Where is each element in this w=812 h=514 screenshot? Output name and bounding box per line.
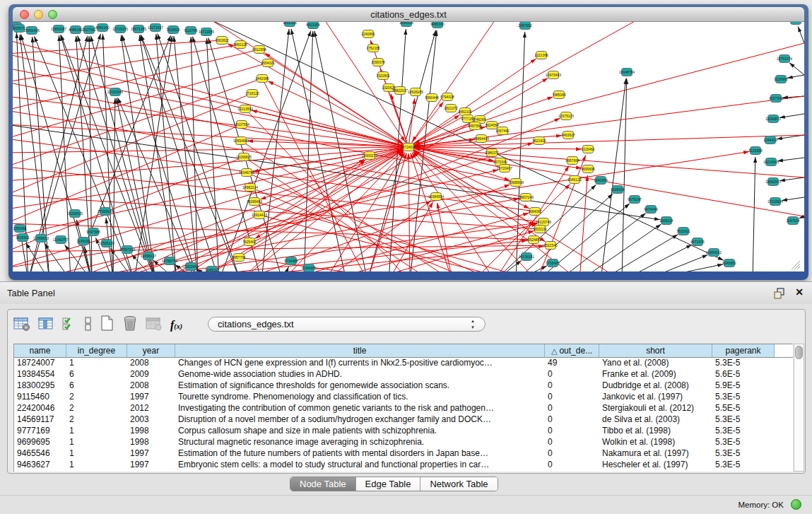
graph-node[interactable]: 12975115: [558, 112, 574, 120]
network-canvas[interactable]: 1872400776638229860128891295416540212442…: [13, 22, 804, 271]
graph-node[interactable]: 16914413: [252, 211, 267, 219]
graph-node[interactable]: 6679197: [628, 196, 642, 204]
graph-node[interactable]: 2935114: [659, 217, 673, 225]
table-row[interactable]: 1456911722003Disruption of a novel membe…: [14, 414, 793, 426]
graph-node[interactable]: 13271917: [148, 24, 163, 32]
column-header-out_de[interactable]: △out_de...: [545, 344, 599, 357]
graph-node[interactable]: 12213563: [237, 105, 253, 113]
graph-node[interactable]: 9115460: [581, 146, 594, 153]
graph-node[interactable]: 9227343: [769, 95, 783, 103]
graph-node[interactable]: 13505135: [99, 240, 114, 247]
graph-node[interactable]: 10688609: [508, 179, 524, 187]
graph-node[interactable]: 19654983: [233, 137, 249, 145]
table-row[interactable]: 1830029562008Estimation of significance …: [14, 380, 793, 392]
graph-node[interactable]: 19384554: [428, 193, 444, 201]
graph-node[interactable]: 1640954: [594, 177, 608, 185]
graph-node[interactable]: 8466160: [69, 26, 83, 34]
graph-node[interactable]: 2386372: [485, 149, 499, 157]
table-settings-icon[interactable]: [13, 316, 30, 334]
table-vertical-scrollbar[interactable]: [794, 344, 804, 472]
table-row[interactable]: 946362711997Embryonic stem cells: a mode…: [14, 460, 793, 471]
graph-node[interactable]: 6194305: [302, 264, 316, 272]
graph-node[interactable]: 17957223: [119, 246, 135, 254]
graph-node[interactable]: 1244419: [763, 136, 777, 144]
graph-node[interactable]: 1752185: [366, 45, 380, 52]
graph-node[interactable]: 12093872: [765, 115, 781, 123]
graph-node[interactable]: 7663822: [215, 37, 229, 45]
column-header-in_degree[interactable]: in_degree: [66, 344, 127, 357]
graph-node[interactable]: 6466160: [95, 24, 110, 32]
graph-node[interactable]: 14136141: [519, 253, 534, 261]
graph-node[interactable]: 9716485: [284, 257, 298, 265]
memory-ok-indicator[interactable]: [791, 499, 801, 510]
tab-network-table[interactable]: Network Table: [420, 477, 497, 491]
graph-node[interactable]: 1815132: [533, 226, 547, 233]
graph-node[interactable]: 14120746: [536, 218, 551, 226]
graph-node[interactable]: 16648784: [619, 69, 635, 76]
graph-node[interactable]: 9129966: [774, 76, 788, 83]
graph-node[interactable]: 2240861: [361, 30, 375, 38]
graph-node[interactable]: 10958107: [141, 252, 156, 260]
graph-node[interactable]: 9466100: [430, 22, 445, 28]
graph-node[interactable]: 9860128: [233, 41, 247, 49]
graph-node[interactable]: 7625402: [242, 238, 257, 246]
graph-node[interactable]: 23900271: [362, 152, 377, 160]
graph-node[interactable]: 15751074: [777, 55, 792, 63]
table-row[interactable]: 1938455462009Genome-wide association stu…: [14, 369, 793, 380]
table-columns-icon[interactable]: [38, 316, 54, 334]
delete-rows-icon[interactable]: [122, 315, 138, 335]
graph-node[interactable]: 9110766: [184, 27, 197, 35]
graph-node[interactable]: 1221396: [534, 52, 548, 59]
table-row[interactable]: 977716911998Corpus callosum shape and si…: [14, 426, 793, 437]
table-selector-dropdown[interactable]: citations_edges.txt ▲▼: [208, 317, 486, 332]
table-row[interactable]: 946554611997Estimation of the future num…: [14, 448, 793, 460]
graph-node[interactable]: 16099483: [247, 198, 262, 206]
graph-node[interactable]: 9777169: [461, 115, 475, 123]
graph-node[interactable]: 18822037: [392, 87, 408, 95]
graph-node[interactable]: 7632621: [676, 228, 690, 235]
graph-node[interactable]: 13626265: [408, 88, 423, 96]
tab-edge-table[interactable]: Edge Table: [356, 477, 421, 491]
graph-node[interactable]: 2442086: [255, 75, 269, 83]
graph-node[interactable]: 9857791: [232, 254, 246, 262]
row-checks-icon[interactable]: [62, 316, 76, 334]
graph-node[interactable]: 7615526: [166, 26, 180, 34]
graph-node[interactable]: 1527602: [82, 26, 96, 34]
graph-node[interactable]: 20691406: [24, 27, 40, 35]
graph-node[interactable]: 1167534: [786, 217, 799, 225]
column-header-year[interactable]: year: [127, 344, 175, 357]
column-header-short[interactable]: short: [599, 344, 712, 357]
graph-node[interactable]: 1067442: [495, 127, 510, 135]
graph-node[interactable]: 9990444: [425, 94, 439, 102]
graph-node[interactable]: 8912954: [252, 46, 266, 54]
graph-node[interactable]: 1112305: [789, 22, 803, 25]
graph-node[interactable]: 10719155: [112, 25, 128, 33]
graph-node[interactable]: 1350061: [13, 225, 27, 233]
window-titlebar[interactable]: citations_edges.txt: [13, 7, 804, 22]
graph-node[interactable]: 20153346: [107, 88, 123, 96]
column-header-name[interactable]: name: [14, 344, 66, 357]
column-header-title[interactable]: title: [175, 344, 545, 357]
graph-node[interactable]: 8938924: [611, 186, 625, 194]
graph-node[interactable]: 3320801: [376, 72, 390, 80]
graph-node[interactable]: 13524851: [526, 236, 541, 244]
graph-node[interactable]: 2718120: [245, 90, 259, 98]
table-row[interactable]: 969969511998Structural magnetic resonanc…: [14, 437, 793, 448]
graph-node[interactable]: 9463627: [561, 132, 575, 139]
column-pair-icon[interactable]: [84, 316, 93, 334]
graph-node[interactable]: 10973493: [546, 71, 561, 79]
graph-node[interactable]: 15720407: [497, 165, 512, 173]
graph-node[interactable]: 1821072: [444, 105, 458, 112]
tab-node-table[interactable]: Node Table: [290, 477, 356, 491]
graph-node[interactable]: 1090078: [371, 59, 385, 66]
table-row[interactable]: 2242004622012Investigating the contribut…: [14, 403, 793, 414]
graph-node[interactable]: 6794028: [440, 93, 454, 101]
scrollbar-thumb[interactable]: [795, 346, 803, 359]
network-graph[interactable]: 1872400776638229860128891295416540212442…: [13, 22, 804, 271]
graph-node[interactable]: 2087652: [518, 22, 532, 30]
graph-node[interactable]: 2522540: [543, 242, 558, 250]
graph-node[interactable]: 1656616: [399, 22, 413, 27]
graph-node[interactable]: 12342757: [53, 236, 69, 244]
graph-node[interactable]: 9097588: [86, 228, 100, 236]
graph-node[interactable]: 16210643: [763, 158, 779, 166]
